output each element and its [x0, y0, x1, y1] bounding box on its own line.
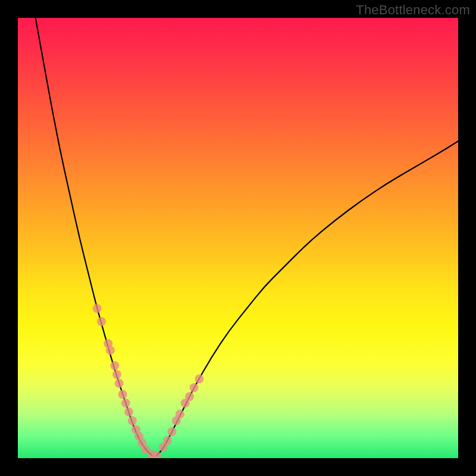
data-dot: [112, 370, 121, 379]
curve-right-arm: [154, 141, 458, 457]
curve-left-arm: [36, 18, 155, 457]
data-dot: [115, 379, 124, 388]
data-dot: [118, 390, 127, 399]
dots-group: [93, 304, 204, 458]
data-dot: [110, 361, 119, 370]
data-dot: [106, 346, 115, 355]
data-dot: [128, 416, 137, 425]
data-dot: [93, 304, 102, 313]
data-dot: [124, 408, 133, 416]
plot-area: [18, 18, 458, 458]
watermark-text: TheBottleneck.com: [356, 2, 470, 18]
data-dot: [195, 374, 203, 383]
data-dot: [121, 399, 130, 408]
data-dot: [168, 427, 177, 436]
chart-frame: TheBottleneck.com: [0, 0, 476, 476]
curve-group: [36, 18, 458, 457]
data-dot: [97, 317, 106, 326]
data-dot: [185, 392, 194, 401]
data-dot: [176, 410, 184, 419]
chart-svg: [18, 18, 458, 458]
data-dot: [163, 436, 172, 445]
data-dot: [190, 383, 199, 392]
